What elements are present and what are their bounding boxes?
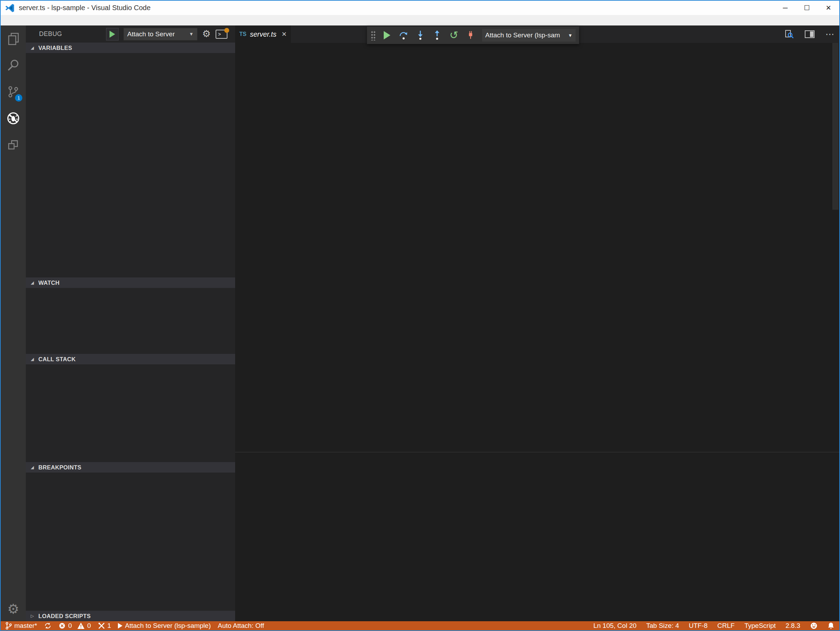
- auto-attach-item[interactable]: Auto Attach: Off: [218, 622, 264, 629]
- error-icon: [58, 622, 66, 629]
- variables-list: [26, 53, 235, 277]
- cursor-position-item[interactable]: Ln 105, Col 20: [594, 622, 636, 629]
- eol-item[interactable]: CRLF: [717, 622, 735, 629]
- panel-tab-bar: [235, 452, 839, 471]
- tab-close-icon[interactable]: ✕: [281, 30, 287, 38]
- debug-status-item[interactable]: Attach to Server (lsp-sample): [118, 622, 211, 629]
- toolbar-drag-handle[interactable]: [371, 30, 375, 41]
- breakpoints-section-header[interactable]: ◢BREAKPOINTS: [26, 462, 235, 473]
- loaded-scripts-section-header[interactable]: ▷LOADED SCRIPTS: [26, 611, 235, 621]
- encoding-item[interactable]: UTF-8: [689, 622, 708, 629]
- window-title: server.ts - lsp-sample - Visual Studio C…: [19, 4, 151, 12]
- editor-scrollbar[interactable]: [832, 43, 838, 210]
- debug-console-icon[interactable]: >: [216, 30, 227, 39]
- sidebar-title: DEBUG: [39, 30, 62, 38]
- sync-item[interactable]: [44, 622, 52, 629]
- minimap[interactable]: [798, 43, 839, 452]
- maximize-button[interactable]: ☐: [796, 1, 818, 15]
- warning-icon: [77, 622, 85, 629]
- debug-config-select[interactable]: Attach to Server▼: [123, 28, 197, 41]
- breakpoints-list: [26, 473, 235, 519]
- search-icon[interactable]: [1, 52, 26, 79]
- step-into-icon[interactable]: [415, 30, 426, 41]
- debug-toolbar: ↺ Attach to Server (lsp-sam▼: [367, 27, 579, 44]
- configure-gear-icon[interactable]: ⚙: [202, 29, 211, 39]
- vscode-logo-icon: [5, 3, 15, 13]
- tab-size-item[interactable]: Tab Size: 4: [646, 622, 679, 629]
- debug-session-select[interactable]: Attach to Server (lsp-sam▼: [482, 29, 576, 41]
- source-control-icon[interactable]: 1: [1, 79, 26, 105]
- chevron-down-icon: ▼: [568, 33, 572, 38]
- close-button[interactable]: ✕: [818, 1, 839, 15]
- debug-sidebar: DEBUG Attach to Server▼ ⚙ > ◢VARIABLES ◢…: [26, 25, 235, 621]
- split-editor-icon[interactable]: [804, 30, 815, 39]
- branch-icon: [5, 622, 12, 630]
- feedback-smiley-icon[interactable]: [810, 622, 818, 629]
- bottom-panel: [235, 452, 839, 621]
- open-preview-icon[interactable]: [784, 29, 794, 39]
- extensions-icon[interactable]: [1, 131, 26, 158]
- code-editor[interactable]: [235, 43, 839, 452]
- restart-icon[interactable]: ↺: [448, 30, 459, 41]
- status-bar: master* 0 0 1 Attach to Server (lsp-samp…: [1, 621, 839, 630]
- minimize-button[interactable]: ─: [774, 1, 796, 15]
- git-branch-item[interactable]: master*: [5, 622, 37, 630]
- editor-area: TS server.ts ✕ ⋯ ↺: [235, 25, 839, 621]
- debug-icon[interactable]: [1, 105, 26, 131]
- tools-icon: [98, 622, 105, 629]
- tab-bar: TS server.ts ✕ ⋯ ↺: [235, 25, 839, 43]
- call-stack-section-header[interactable]: ◢CALL STACK: [26, 354, 235, 364]
- menu-bar: [1, 15, 839, 25]
- disconnect-icon[interactable]: [465, 30, 476, 41]
- watch-section-header[interactable]: ◢WATCH: [26, 277, 235, 288]
- activity-bar: 1 ⚙: [1, 25, 26, 621]
- chevron-down-icon: ▼: [189, 32, 194, 36]
- running-tasks-item[interactable]: 1: [98, 622, 111, 629]
- variables-section-header[interactable]: ◢VARIABLES: [26, 43, 235, 53]
- vscode-window: server.ts - lsp-sample - Visual Studio C…: [0, 0, 840, 631]
- sync-icon: [44, 622, 52, 629]
- call-stack-list: [26, 364, 235, 462]
- explorer-icon[interactable]: [1, 25, 26, 52]
- continue-icon[interactable]: [382, 30, 392, 41]
- step-out-icon[interactable]: [432, 30, 442, 41]
- typescript-file-icon: TS: [239, 31, 246, 37]
- settings-gear-icon[interactable]: ⚙: [7, 603, 19, 616]
- language-mode-item[interactable]: TypeScript: [744, 622, 776, 629]
- ts-version-item[interactable]: 2.8.3: [786, 622, 800, 629]
- problems-item[interactable]: 0 0: [58, 622, 91, 629]
- scm-badge: 1: [15, 94, 22, 101]
- watch-list: [26, 288, 235, 354]
- step-over-icon[interactable]: [398, 30, 409, 41]
- start-debug-button[interactable]: [106, 28, 118, 41]
- terminal[interactable]: [235, 471, 839, 621]
- tab-server-ts[interactable]: TS server.ts ✕: [235, 25, 291, 43]
- notifications-bell-icon[interactable]: [827, 622, 834, 629]
- title-bar: server.ts - lsp-sample - Visual Studio C…: [1, 1, 839, 15]
- more-actions-icon[interactable]: ⋯: [825, 29, 834, 40]
- play-icon: [118, 623, 122, 629]
